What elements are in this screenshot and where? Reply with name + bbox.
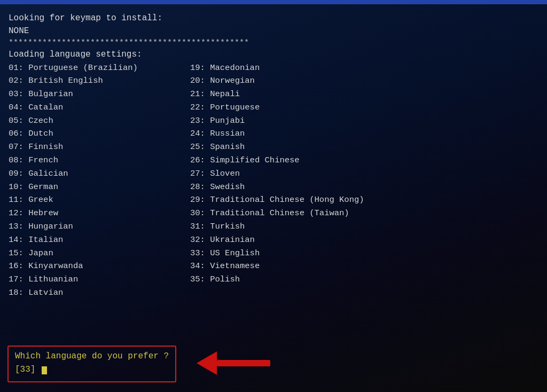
prompt-box: Which language do you prefer ? [33] bbox=[7, 346, 176, 382]
list-item: 32: Ukrainian bbox=[190, 233, 538, 247]
list-item: 16: Kinyarwanda bbox=[9, 260, 190, 273]
list-item: 29: Traditional Chinese (Hong Kong) bbox=[190, 193, 538, 207]
list-item: 19: Macedonian bbox=[190, 61, 538, 75]
terminal-screen: Looking for keymap to install: NONE ****… bbox=[0, 0, 547, 392]
list-item: 28: Swedish bbox=[190, 181, 538, 194]
list-item: 07: Finnish bbox=[9, 140, 190, 154]
list-item: 31: Turkish bbox=[190, 220, 538, 233]
list-item: 18: Latvian bbox=[9, 286, 190, 300]
list-item: 27: Sloven bbox=[190, 167, 538, 181]
list-item: 21: Nepali bbox=[190, 88, 538, 101]
lang-col-2: 19: Macedonian20: Norwegian21: Nepali22:… bbox=[190, 61, 538, 300]
header-line-2: NONE bbox=[9, 25, 538, 37]
list-item: 09: Galician bbox=[9, 167, 190, 181]
language-list: 01: Portuguese (Brazilian)02: British En… bbox=[9, 61, 538, 300]
list-item: 20: Norwegian bbox=[190, 74, 538, 88]
list-item: 10: German bbox=[9, 181, 190, 194]
prompt-line-2: [33] bbox=[15, 363, 169, 377]
list-item: 06: Dutch bbox=[9, 127, 190, 140]
list-item: 08: French bbox=[9, 154, 190, 167]
list-item: 24: Russian bbox=[190, 127, 538, 140]
list-item: 22: Portuguese bbox=[190, 101, 538, 114]
list-item: 26: Simplified Chinese bbox=[190, 154, 538, 167]
list-item: 34: Vietnamese bbox=[190, 260, 538, 273]
list-item: 11: Greek bbox=[9, 193, 190, 207]
list-item: 15: Japan bbox=[9, 247, 190, 260]
list-item: 01: Portuguese (Brazilian) bbox=[9, 61, 190, 75]
stars-line: ****************************************… bbox=[9, 37, 538, 50]
list-item: 30: Traditional Chinese (Taiwan) bbox=[190, 207, 538, 220]
list-item: 25: Spanish bbox=[190, 140, 538, 154]
top-bar bbox=[0, 0, 547, 4]
arrow-head bbox=[197, 351, 217, 375]
list-item: 03: Bulgarian bbox=[9, 88, 190, 101]
prompt-line-1: Which language do you prefer ? bbox=[15, 350, 169, 364]
header-line-1: Looking for keymap to install: bbox=[9, 12, 538, 25]
list-item: 13: Hungarian bbox=[9, 220, 190, 233]
list-item: 23: Punjabi bbox=[190, 114, 538, 128]
list-item: 17: Lithuanian bbox=[9, 273, 190, 286]
list-item: 35: Polish bbox=[190, 273, 538, 286]
lang-col-1: 01: Portuguese (Brazilian)02: British En… bbox=[9, 61, 190, 300]
red-arrow bbox=[198, 351, 270, 375]
list-item: 33: US English bbox=[190, 247, 538, 260]
list-item: 14: Italian bbox=[9, 233, 190, 247]
list-item: 04: Catalan bbox=[9, 101, 190, 114]
lang-heading: Loading language settings: bbox=[9, 50, 538, 59]
list-item: 02: British English bbox=[9, 74, 190, 88]
list-item: 05: Czech bbox=[9, 114, 190, 128]
arrow-body bbox=[217, 360, 270, 366]
list-item: 12: Hebrew bbox=[9, 207, 190, 220]
cursor-blink bbox=[42, 366, 47, 374]
content-area: Looking for keymap to install: NONE ****… bbox=[9, 5, 538, 300]
